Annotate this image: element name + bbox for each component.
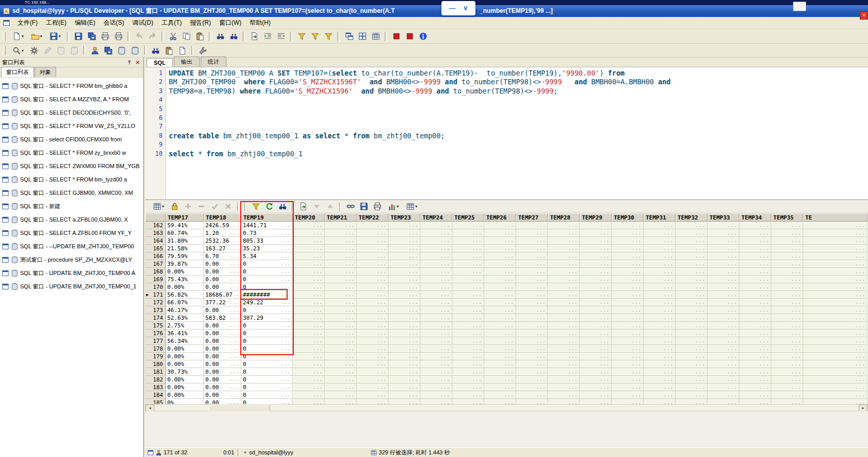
cell-temp35-173[interactable]: ... [771,306,803,314]
tab-statistics[interactable]: 统计 [201,57,226,67]
cell-temp27-181[interactable]: ... [516,368,548,376]
cell-temp21-172[interactable]: ... [325,299,357,306]
cell-temp19-165[interactable]: 35.23... [241,245,293,252]
cell-temp24-177[interactable]: ... [420,337,452,345]
cell-temp25-176[interactable]: ... [452,330,484,337]
cell-temp24-182[interactable]: ... [420,376,452,383]
cell-temp30-170[interactable]: ... [612,283,644,291]
cell-temp31-164[interactable]: ... [644,237,676,245]
cell-temp32-163[interactable]: ... [676,229,707,237]
redo-button[interactable] [146,30,158,43]
cell-temp25-175[interactable]: ... [452,322,484,330]
tab-window-list[interactable]: 窗口列表 [1,67,34,77]
info-button[interactable] [417,30,429,43]
cell-temp28-167[interactable]: ... [548,260,580,268]
cell-temp18-164[interactable]: 2532.36... [204,237,241,245]
cell-temp26-173[interactable]: ... [484,306,516,314]
cell-temp18-175[interactable]: 0.00... [204,322,241,330]
report-button[interactable] [176,44,188,57]
cell-temp17-170[interactable]: 0.00% [166,283,204,291]
cell-temp24-162[interactable]: ... [420,222,452,229]
copy-button[interactable] [180,30,192,43]
row-number[interactable]: 168 [145,268,166,276]
cell-temp29-176[interactable]: ... [580,330,612,337]
cell-temp31-175[interactable]: ... [644,322,676,330]
cell-temp24-183[interactable]: ... [420,383,452,391]
cell-temp31-177[interactable]: ... [644,337,676,345]
menu-report[interactable]: 报告(R) [186,17,215,29]
row-number[interactable]: 184 [145,391,166,399]
cell-temp22-167[interactable]: ... [357,260,388,268]
cell-temp19-171[interactable]: ########... [241,291,293,299]
cell-te-177[interactable]: ... [803,337,867,345]
cell-temp30-180[interactable]: ... [612,360,644,368]
cell-temp21-162[interactable]: ... [325,222,357,229]
cell-temp29-180[interactable]: ... [580,360,612,368]
cell-te-167[interactable]: ... [803,260,867,268]
cell-temp33-168[interactable]: ... [707,268,739,276]
cell-temp27-178[interactable]: ... [516,345,548,353]
cell-temp32-167[interactable]: ... [676,260,707,268]
cell-temp34-175[interactable]: ... [739,322,771,330]
cell-temp22-173[interactable]: ... [357,306,388,314]
cell-temp30-162[interactable]: ... [612,222,644,229]
cell-temp20-184[interactable]: ... [293,391,325,399]
window-list-item-12[interactable]: SQL 窗口 - SELECT A.ZFBL00 FROM YF_Y [0,226,143,240]
cell-temp30-165[interactable]: ... [612,245,644,252]
cell-temp28-177[interactable]: ... [548,337,580,345]
cell-temp22-166[interactable]: ... [357,252,388,260]
sort-button[interactable] [322,30,334,43]
cell-temp35-169[interactable]: ... [771,276,803,283]
cell-temp31-174[interactable]: ... [644,314,676,322]
cell-temp30-179[interactable]: ... [612,353,644,360]
cell-temp33-169[interactable]: ... [707,276,739,283]
cell-temp30-184[interactable]: ... [612,391,644,399]
cell-temp31-178[interactable]: ... [644,345,676,353]
cell-temp23-162[interactable]: ... [388,222,420,229]
cell-temp25-180[interactable]: ... [452,360,484,368]
cell-temp19-176[interactable]: 0... [241,330,293,337]
row-number[interactable]: 177 [145,337,166,345]
export-tables-button[interactable] [68,44,80,57]
cell-temp23-184[interactable]: ... [388,391,420,399]
cell-te-179[interactable]: ... [803,353,867,360]
cell-temp23-174[interactable]: ... [388,314,420,322]
cell-temp30-176[interactable]: ... [612,330,644,337]
cell-temp19-163[interactable]: 0.73... [241,229,293,237]
cell-temp19-169[interactable]: 0... [241,276,293,283]
connection-dropdown-icon[interactable] [243,450,247,455]
cell-temp21-183[interactable]: ... [325,383,357,391]
options-button[interactable] [28,44,40,57]
cell-temp22-172[interactable]: ... [357,299,388,306]
cell-temp20-183[interactable]: ... [293,383,325,391]
cell-temp32-174[interactable]: ... [676,314,707,322]
cell-temp18-165[interactable]: 163.27... [204,245,241,252]
cell-temp35-179[interactable]: ... [771,353,803,360]
cell-te-165[interactable]: ... [803,245,867,252]
column-header-temp26[interactable]: TEMP26 [484,213,516,222]
cell-temp23-168[interactable]: ... [388,268,420,276]
cell-temp28-175[interactable]: ... [548,322,580,330]
overlay-expand-button[interactable]: ∨ [463,1,468,15]
cell-temp35-181[interactable]: ... [771,368,803,376]
menu-file[interactable]: 文件(F) [13,17,42,29]
cell-temp27-177[interactable]: ... [516,337,548,345]
rollback-button[interactable] [129,44,141,57]
title-bar[interactable]: sd_hospital@lyyy - PL/SQL Developer - [S… [0,5,868,17]
cell-temp32-172[interactable]: ... [676,299,707,306]
menu-tools[interactable]: 工具(T) [157,17,186,29]
menu-help[interactable]: 帮助(H) [245,17,275,29]
cell-te-182[interactable]: ... [803,376,867,383]
cell-temp32-169[interactable]: ... [676,276,707,283]
cell-temp30-163[interactable]: ... [612,229,644,237]
cell-te-174[interactable]: ... [803,314,867,322]
cell-temp21-171[interactable]: ... [325,291,357,299]
cell-te-180[interactable]: ... [803,360,867,368]
cell-temp29-164[interactable]: ... [580,237,612,245]
cell-temp18-182[interactable]: 0.00... [204,376,241,383]
menu-edit[interactable]: 编辑(E) [70,17,99,29]
cell-temp29-171[interactable]: ... [580,291,612,299]
cell-temp19-174[interactable]: 307.29... [241,314,293,322]
cell-temp17-177[interactable]: 56.34% [166,337,204,345]
cell-temp26-169[interactable]: ... [484,276,516,283]
